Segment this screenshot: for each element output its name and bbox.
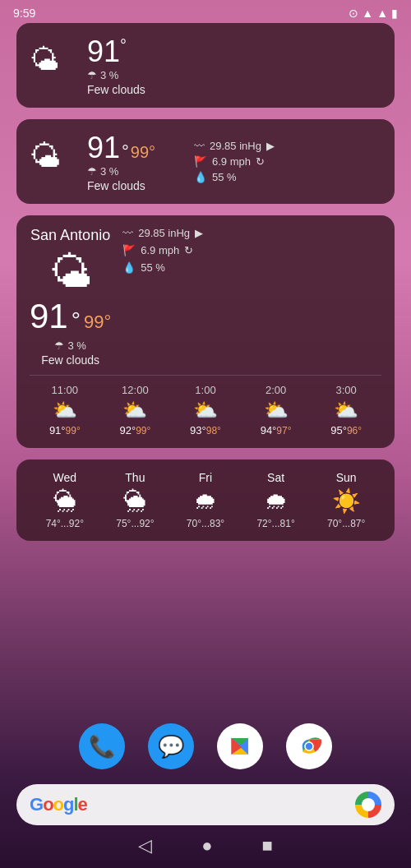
weather-icon-group-small: 🌤 (30, 43, 79, 88)
signal-icon: ▲ (376, 7, 388, 20)
weather-temp-medium: 91 ° 99° ☂ 3 % Few clouds (87, 131, 186, 192)
status-time: 9:59 (13, 7, 35, 20)
temp-main-large: 91 (30, 297, 68, 336)
hourly-forecast: 11:00 ⛅ 91°99° 12:00 ⛅ 92°99° 1:00 ⛅ 93°… (30, 375, 381, 436)
drop-icon-medium: 💧 (194, 171, 207, 183)
nav-bar: ◁ ● ■ (0, 830, 411, 861)
temp-main-medium: 91 (87, 131, 120, 165)
weather-widget-small[interactable]: 🌤 91° ☂ 3 % Few clouds (16, 23, 395, 108)
hour-item-0: 11:00 ⛅ 91°99° (49, 384, 81, 436)
weather-details-medium: 〰 29.85 inHg ▶ 🚩 6.9 mph ↻ 💧 55 % (194, 140, 381, 183)
home-button[interactable]: ● (201, 835, 212, 856)
alarm-icon: ⊙ (349, 7, 358, 20)
recent-button[interactable]: ■ (262, 835, 273, 856)
phone-app-icon[interactable]: 📞 (79, 723, 125, 769)
weather-widget-medium[interactable]: 🌤 91 ° 99° ☂ 3 % Few clouds 〰 29.85 inHg… (16, 119, 395, 204)
wind-item-medium: 🚩 6.9 mph ↻ (194, 155, 381, 168)
wind-icon-large: 🚩 (122, 244, 136, 256)
chrome-app-icon[interactable] (286, 723, 332, 769)
messages-icon: 💬 (158, 734, 184, 760)
weather-widget-large[interactable]: San Antonio 🌤 91 ° 99° ☂ 3 % Few clouds … (16, 215, 395, 448)
hour-item-4: 3:00 ⛅ 95°96° (330, 384, 362, 436)
pressure-icon-large: 〰 (122, 227, 133, 239)
chrome-icon (297, 734, 321, 759)
temp-hi-large: 99° (84, 312, 111, 333)
hour-item-1: 12:00 ⛅ 92°99° (119, 384, 150, 436)
messages-app-icon[interactable]: 💬 (148, 723, 194, 769)
pressure-icon-medium: 〰 (194, 140, 205, 152)
humidity-item-medium: 💧 55 % (194, 171, 381, 183)
wind-item-large: 🚩 6.9 mph ↻ (122, 244, 381, 256)
status-bar: 9:59 ⊙ ▲ ▲ ▮ (0, 0, 411, 23)
pressure-item-medium: 〰 29.85 inHg ▶ (194, 140, 381, 152)
desc-medium: Few clouds (87, 179, 145, 192)
wifi-icon: ▲ (362, 7, 373, 20)
day-item-wed: Wed 🌦 74°...92° (46, 471, 84, 529)
rain-row-medium: ☂ 3 % (87, 165, 118, 178)
playstore-app-icon[interactable] (217, 723, 263, 769)
sun-icon-small: 🌤 (30, 43, 59, 77)
rain-row-small: ☂ 3 % (87, 69, 145, 81)
app-dock: 📞 💬 (0, 723, 411, 769)
status-icons: ⊙ ▲ ▲ ▮ (349, 7, 398, 20)
weather-info-small: 91° ☂ 3 % Few clouds (87, 35, 145, 96)
rain-row-large: ☂ 3 % (54, 339, 85, 352)
day-item-fri: Fri 🌧 70°...83° (187, 471, 224, 529)
location-name: San Antonio (30, 227, 110, 244)
weather-main-large: San Antonio 🌤 91 ° 99° ☂ 3 % Few clouds (30, 227, 111, 367)
svg-point-7 (306, 743, 312, 750)
sun-icon-large: 🌤 (49, 247, 92, 297)
weather-widget-weekly[interactable]: Wed 🌦 74°...92° Thu 🌦 75°...92° Fri 🌧 70… (16, 459, 395, 541)
day-item-sun: Sun ☀️ 70°...87° (327, 471, 365, 529)
day-item-thu: Thu 🌦 75°...92° (116, 471, 154, 529)
hour-item-3: 2:00 ⛅ 94°97° (261, 384, 292, 436)
desc-small: Few clouds (87, 83, 145, 96)
hour-item-2: 1:00 ⛅ 93°98° (190, 384, 221, 436)
wind-icon-medium: 🚩 (194, 155, 207, 168)
umbrella-icon-small: ☂ (87, 69, 97, 81)
back-button[interactable]: ◁ (138, 835, 152, 856)
playstore-icon (229, 735, 252, 758)
weather-details-large: 〰 29.85 inHg ▶ 🚩 6.9 mph ↻ 💧 55 % (122, 227, 381, 274)
temp-hi-medium: 99° (131, 143, 155, 162)
pressure-item-large: 〰 29.85 inHg ▶ (122, 227, 381, 239)
day-item-sat: Sat 🌧 72°...81° (256, 471, 294, 529)
google-lens-icon[interactable] (355, 792, 381, 818)
google-search-bar[interactable]: Google (16, 784, 395, 825)
desc-large: Few clouds (41, 353, 99, 367)
phone-icon: 📞 (89, 734, 115, 760)
google-logo: Google (30, 794, 87, 815)
weather-icon-medium: 🌤 (30, 139, 79, 184)
sun-icon-medium: 🌤 (30, 139, 61, 174)
drop-icon-large: 💧 (122, 261, 136, 274)
weekly-row: Wed 🌦 74°...92° Thu 🌦 75°...92° Fri 🌧 70… (30, 471, 381, 529)
humidity-item-large: 💧 55 % (122, 261, 381, 274)
battery-icon: ▮ (391, 7, 398, 20)
temp-display-small: 91° (87, 35, 145, 69)
temp-row-large: 91 ° 99° (30, 297, 111, 336)
